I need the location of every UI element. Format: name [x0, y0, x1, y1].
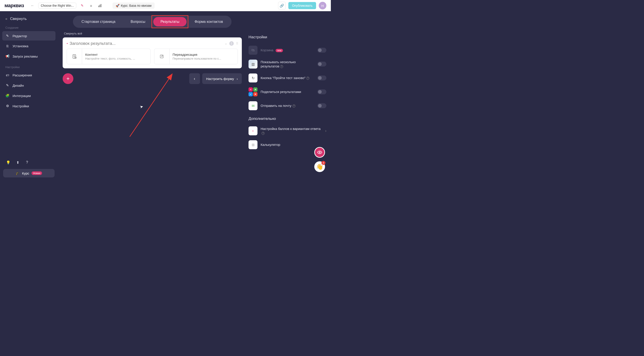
graduation-cap-icon: 🎓 [16, 171, 20, 175]
back-button[interactable]: ← [29, 3, 36, 9]
add-result-button[interactable]: + [63, 73, 73, 84]
setting-share: ✈ ☘ ✔ ❤ Поделиться результатами [248, 86, 326, 98]
setting-multi-results: ▥ Показывать несколько результатов? [248, 58, 326, 70]
badge-new: Новая [32, 171, 42, 175]
course-button[interactable]: 🎓 Курс Новая [3, 169, 54, 177]
preview-button[interactable] [314, 147, 325, 158]
tab-questions[interactable]: Вопросы [124, 17, 152, 27]
publish-button[interactable]: Опубликовать [288, 2, 316, 9]
center-column: Стартовая страница Вопросы Результаты Фо… [63, 16, 242, 182]
option-content-title: Контент [85, 53, 147, 57]
document-plus-icon [67, 49, 82, 64]
sidebar: « Свернуть Создание ✎ Редактор ⎘ Установ… [0, 11, 58, 182]
section-label-create: Создание [2, 25, 56, 31]
required-dot-icon: • [67, 42, 68, 45]
prev-step-button[interactable]: ‹ [189, 73, 200, 84]
sidebar-item-label: Установка [12, 44, 28, 48]
mail-icon: ✉ [248, 101, 258, 110]
points-icon: ≡ [248, 126, 258, 135]
install-icon: ⎘ [5, 44, 10, 48]
toggle-email[interactable] [318, 103, 326, 108]
chevron-right-icon: › [325, 129, 326, 133]
sidebar-item-extensions[interactable]: 🏷 Расширения [2, 71, 56, 80]
edit-icon[interactable]: ✎ [79, 3, 85, 9]
chevron-right-icon: › [237, 77, 238, 81]
tag-icon: 🏷 [5, 73, 10, 77]
chat-badge: 8 [322, 161, 326, 165]
result-header: • ⌄ 1 ⠿ [67, 41, 238, 46]
toggle-retry[interactable] [318, 76, 326, 80]
share-icon: ✈ ☘ ✔ ❤ [248, 87, 258, 96]
topbar: марквиз ← Choose the Right Win... ✎ ≡ 🚀 … [0, 0, 331, 11]
sidebar-item-integrations[interactable]: 🧩 Интеграции [2, 91, 56, 100]
project-name-text: Choose the Right Win... [41, 4, 74, 8]
sidebar-item-ads[interactable]: 📢 Запуск рекламы [2, 52, 56, 61]
setting-retry-label: Кнопка "Пройти тест заново"? [260, 76, 314, 80]
logo: марквиз [4, 3, 24, 9]
sidebar-item-label: Интеграции [12, 94, 31, 98]
collapse-label: Свернуть [10, 17, 27, 21]
toggle-multi-results[interactable] [318, 62, 326, 67]
option-redirect-desc: Перенаправьте пользователя по с... [173, 57, 235, 60]
project-name-field[interactable]: Choose the Right Win... [38, 3, 76, 9]
badge-new: new [276, 49, 283, 52]
help-icon[interactable]: ? [280, 65, 283, 68]
option-redirect[interactable]: Переадресация Перенаправьте пользователя… [154, 49, 238, 64]
setting-retry-button: ↻ Кнопка "Пройти тест заново"? [248, 72, 326, 84]
settings-title: Настройки [248, 35, 326, 40]
upload-icon[interactable]: ⬆ [15, 159, 20, 165]
sidebar-item-settings[interactable]: ⚙ Настройки [2, 101, 56, 111]
help-icon[interactable]: ? [306, 77, 309, 80]
toggle-cart[interactable] [318, 48, 326, 53]
svg-rect-2 [101, 4, 101, 7]
pencil-icon: ✎ [5, 34, 10, 38]
extra-title: Дополнительно [248, 116, 326, 121]
setting-multi-results-label: Показывать несколько результатов? [260, 60, 314, 69]
megaphone-icon: 📢 [5, 54, 10, 58]
tab-start-page[interactable]: Стартовая страница [74, 17, 122, 27]
configure-form-button[interactable]: Настроить форму › [202, 73, 242, 84]
stats-icon[interactable] [97, 3, 103, 9]
gear-icon: ⚙ [5, 104, 10, 108]
tab-results[interactable]: Результаты [153, 17, 186, 27]
setting-cart: 🛍 Корзина new [248, 44, 326, 57]
tab-results-label: Результаты [160, 20, 179, 24]
sidebar-item-label: Расширения [12, 73, 32, 77]
course-button-label: Курс [22, 171, 29, 175]
center-footer: + ‹ Настроить форму › [63, 73, 242, 84]
help-icon[interactable]: ? [262, 132, 264, 135]
chevron-left-double-icon: « [5, 17, 8, 21]
chat-widget[interactable]: 👋 8 [314, 161, 325, 172]
extra-points[interactable]: ≡ Настройка баллов к вариантам ответа? › [248, 125, 326, 137]
result-card: • ⌄ 1 ⠿ Контент Наст [63, 37, 242, 68]
svg-point-10 [319, 152, 320, 153]
setting-share-label: Поделиться результатами [260, 90, 314, 94]
drag-handle-icon[interactable]: ⠿ [236, 42, 238, 45]
extra-calculator[interactable]: ⊞ Калькулятор [248, 138, 326, 151]
svg-rect-1 [100, 5, 100, 7]
sidebar-item-editor[interactable]: ✎ Редактор [2, 31, 56, 41]
avatar[interactable]: Н [319, 2, 326, 10]
retry-icon: ↻ [248, 74, 258, 82]
course-chip[interactable]: 🚀 Курс: База по квизам [112, 3, 154, 9]
sidebar-item-install[interactable]: ⎘ Установка [2, 42, 56, 51]
option-content[interactable]: Контент Настройте текст, фото, стоимость… [67, 49, 150, 64]
link-icon[interactable]: 🔗 [278, 2, 286, 10]
right-panel: Настройки 🛍 Корзина new ▥ Показывать нес… [248, 16, 326, 182]
sidebar-item-design[interactable]: ✎ Дизайн [2, 81, 56, 90]
list-icon[interactable]: ≡ [88, 3, 94, 9]
result-title-input[interactable] [70, 41, 223, 46]
tab-contact-form[interactable]: Форма контактов [188, 17, 230, 27]
collapse-all-link[interactable]: Свернуть всё [64, 32, 242, 35]
chevron-down-icon[interactable]: ⌄ [225, 42, 227, 45]
editor-tabs: Стартовая страница Вопросы Результаты Фо… [73, 16, 231, 28]
main: Стартовая страница Вопросы Результаты Фо… [58, 11, 331, 182]
bulb-icon[interactable]: 💡 [5, 159, 11, 165]
collapse-sidebar[interactable]: « Свернуть [2, 15, 56, 25]
toggle-share[interactable] [318, 89, 326, 94]
help-icon[interactable]: ? [24, 159, 30, 165]
external-link-icon [154, 49, 170, 64]
help-icon[interactable]: ? [292, 104, 296, 108]
extra-calculator-label: Калькулятор [260, 142, 326, 147]
sidebar-item-label: Запуск рекламы [12, 54, 38, 58]
